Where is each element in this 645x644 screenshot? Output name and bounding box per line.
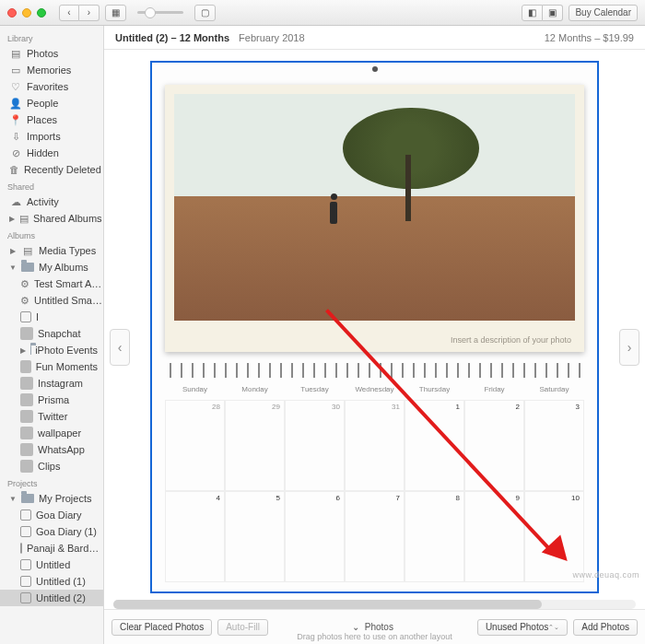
calendar-cell[interactable]: 7 bbox=[345, 491, 405, 582]
project-icon bbox=[20, 576, 31, 587]
minimize-window-button[interactable] bbox=[22, 8, 31, 18]
sidebar-item-media-types[interactable]: ▶▤Media Types bbox=[0, 242, 103, 259]
calendar-cell[interactable]: 29 bbox=[225, 400, 285, 491]
prev-page-button[interactable]: ‹ bbox=[110, 329, 130, 366]
sidebar-item-label: wallpaper bbox=[38, 427, 81, 439]
horizontal-scrollbar[interactable] bbox=[113, 600, 636, 609]
sidebar-item-places[interactable]: 📍Places bbox=[0, 111, 103, 128]
calendar-cell[interactable]: 9 bbox=[464, 491, 524, 582]
sidebar-item-hidden[interactable]: ⊘Hidden bbox=[0, 145, 103, 161]
photo-frame[interactable]: Insert a description of your photo bbox=[165, 85, 584, 352]
sidebar-item-clips[interactable]: Clips bbox=[0, 458, 103, 474]
sidebar-item-memories[interactable]: ▭Memories bbox=[0, 62, 103, 78]
sidebar-item-whatsapp[interactable]: WhatsApp bbox=[0, 441, 103, 458]
sidebar-item-untitled-2[interactable]: Untitled (2) bbox=[0, 590, 103, 606]
chevron-down-icon[interactable]: ▼ bbox=[9, 263, 17, 272]
calendar-row: 28 29 30 31 1 2 3 bbox=[165, 400, 584, 491]
sidebar-item-label: Favorites bbox=[27, 81, 68, 92]
project-title: Untitled (2) – 12 Months bbox=[115, 32, 229, 43]
calendar-cell[interactable]: 2 bbox=[464, 400, 524, 491]
day-header: Sunday bbox=[165, 383, 225, 400]
sidebar-item-panaji[interactable]: Panaji & Bard… bbox=[0, 540, 103, 556]
calendar-cell[interactable]: 28 bbox=[165, 400, 225, 491]
calendar-cell[interactable]: 6 bbox=[285, 491, 345, 582]
calendar-cell[interactable]: 30 bbox=[285, 400, 345, 491]
project-icon bbox=[20, 559, 31, 570]
date-label: 2 bbox=[516, 403, 520, 411]
sidebar-item-untitled-smart[interactable]: ⚙Untitled Sma… bbox=[0, 292, 103, 309]
date-label: 1 bbox=[456, 403, 460, 411]
sidebar-item-label: Test Smart A… bbox=[34, 278, 101, 289]
sidebar-item-label: Memories bbox=[27, 64, 71, 76]
sidebar-item-label: Untitled bbox=[36, 559, 70, 570]
sidebar-item-i[interactable]: I bbox=[0, 309, 103, 325]
chevron-right-icon[interactable]: ▶ bbox=[20, 346, 26, 355]
close-window-button[interactable] bbox=[7, 8, 17, 18]
date-label: 4 bbox=[217, 494, 220, 502]
calendar-cell[interactable]: 31 bbox=[345, 400, 405, 491]
album-thumb-icon bbox=[20, 427, 33, 439]
calendar-cell[interactable]: 4 bbox=[165, 491, 225, 582]
date-label: 31 bbox=[392, 403, 400, 411]
scrollbar-thumb[interactable] bbox=[113, 600, 542, 609]
thumbnail-slider[interactable] bbox=[137, 11, 183, 14]
sidebar-item-prisma[interactable]: Prisma bbox=[0, 392, 103, 408]
sidebar-item-untitled[interactable]: Untitled bbox=[0, 556, 103, 573]
sidebar-item-label: Untitled (2) bbox=[36, 592, 86, 603]
sidebar-item-label: Goa Diary bbox=[36, 509, 82, 521]
album-thumb-icon bbox=[20, 460, 33, 473]
date-label: 28 bbox=[212, 403, 220, 411]
album-thumb-icon bbox=[20, 443, 33, 456]
sidebar-item-shared-albums[interactable]: ▶▤Shared Albums bbox=[0, 210, 103, 227]
calendar-cell[interactable]: 10 bbox=[524, 491, 584, 582]
placed-photo[interactable] bbox=[174, 94, 575, 321]
single-view-button[interactable]: ▣ bbox=[543, 5, 563, 21]
chevron-right-icon[interactable]: ▶ bbox=[9, 247, 17, 255]
drag-hint-label: Drag photos here to use on another layou… bbox=[104, 632, 645, 644]
calendar-page[interactable]: Insert a description of your photo Sunda… bbox=[150, 61, 599, 593]
sidebar-item-label: Instagram bbox=[38, 378, 83, 389]
forward-button[interactable]: › bbox=[79, 5, 100, 21]
project-icon bbox=[20, 543, 22, 554]
sidebar-item-untitled-1[interactable]: Untitled (1) bbox=[0, 573, 103, 590]
photos-drawer-toggle[interactable]: ⌄ Photos bbox=[274, 622, 472, 632]
back-button[interactable]: ‹ bbox=[59, 5, 79, 21]
sidebar-item-fun-moments[interactable]: Fun Moments bbox=[0, 358, 103, 375]
calendar-cell[interactable]: 3 bbox=[524, 400, 584, 491]
sidebar-item-label: Fun Moments bbox=[36, 361, 98, 372]
calendar-cell[interactable]: 5 bbox=[225, 491, 285, 582]
sidebar-item-people[interactable]: 👤People bbox=[0, 95, 103, 111]
sidebar-item-activity[interactable]: ☁Activity bbox=[0, 193, 103, 210]
project-icon bbox=[20, 509, 31, 521]
sidebar-item-wallpaper[interactable]: wallpaper bbox=[0, 425, 103, 441]
zoom-window-button[interactable] bbox=[37, 8, 46, 18]
buy-calendar-button[interactable]: Buy Calendar bbox=[569, 5, 638, 21]
sidebar-item-favorites[interactable]: ♡Favorites bbox=[0, 78, 103, 95]
sidebar-item-test-smart[interactable]: ⚙Test Smart A… bbox=[0, 275, 103, 292]
thumb-size-small-icon[interactable]: ▦ bbox=[105, 5, 126, 21]
sidebar-item-goa-diary-1[interactable]: Goa Diary (1) bbox=[0, 523, 103, 540]
sidebar-item-my-albums[interactable]: ▼My Albums bbox=[0, 259, 103, 275]
thumb-size-large-icon[interactable]: ▢ bbox=[194, 5, 216, 21]
photo-caption-placeholder[interactable]: Insert a description of your photo bbox=[451, 335, 571, 345]
sidebar-item-iphoto-events[interactable]: ▶iPhoto Events bbox=[0, 342, 103, 358]
heart-icon: ♡ bbox=[9, 80, 22, 93]
album-thumb-icon bbox=[20, 360, 31, 373]
sidebar-item-snapchat[interactable]: Snapchat bbox=[0, 325, 103, 342]
calendar-cell[interactable]: 8 bbox=[405, 491, 464, 582]
sidebar-item-recently-deleted[interactable]: 🗑Recently Deleted bbox=[0, 161, 103, 178]
sidebar-item-imports[interactable]: ⇩Imports bbox=[0, 128, 103, 145]
chevron-down-icon[interactable]: ▼ bbox=[9, 495, 17, 503]
sidebar-item-goa-diary[interactable]: Goa Diary bbox=[0, 507, 103, 523]
sidebar-item-label: Twitter bbox=[38, 411, 67, 422]
split-view-button[interactable]: ◧ bbox=[522, 5, 543, 21]
chevron-right-icon[interactable]: ▶ bbox=[9, 215, 15, 223]
day-header: Friday bbox=[464, 383, 524, 400]
gear-icon: ⚙ bbox=[20, 277, 29, 290]
next-page-button[interactable]: › bbox=[619, 329, 639, 366]
sidebar-item-my-projects[interactable]: ▼My Projects bbox=[0, 490, 103, 507]
day-header: Thursday bbox=[405, 383, 464, 400]
sidebar-item-instagram[interactable]: Instagram bbox=[0, 375, 103, 392]
sidebar-item-twitter[interactable]: Twitter bbox=[0, 408, 103, 425]
sidebar-item-photos[interactable]: ▤Photos bbox=[0, 45, 103, 62]
